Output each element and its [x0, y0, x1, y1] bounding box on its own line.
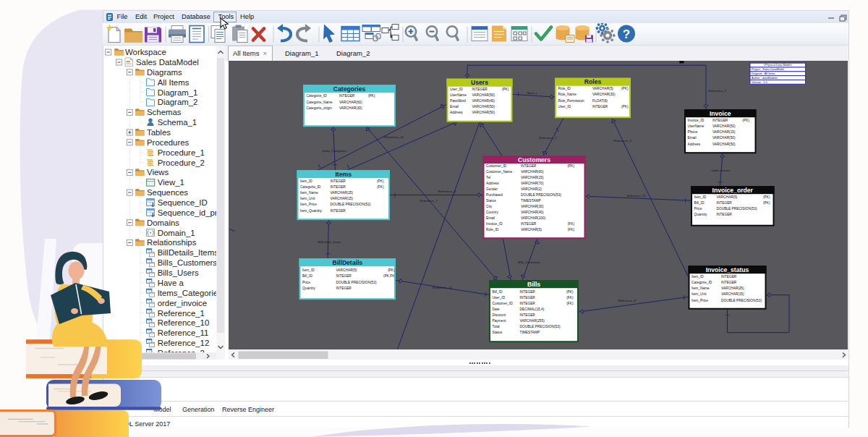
- svg-text:order_invoice: order_invoice: [711, 169, 730, 172]
- svg-text:INTEGER: INTEGER: [519, 296, 535, 300]
- svg-text:Role_Name: Role_Name: [558, 93, 576, 97]
- svg-text:VARCHAR(15): VARCHAR(15): [721, 293, 744, 297]
- svg-text:VARCHAR(15): VARCHAR(15): [712, 130, 736, 134]
- svg-text:Items_Categories: Items_Categories: [322, 149, 346, 153]
- svg-text:Quantity: Quantity: [302, 287, 315, 290]
- svg-text:Payment: Payment: [492, 319, 506, 323]
- svg-text:Reference_11: Reference_11: [626, 194, 646, 198]
- svg-text:VARCHAR(60): VARCHAR(60): [339, 101, 362, 104]
- svg-text:INTEGER: INTEGER: [336, 275, 352, 279]
- svg-text:Tel: Tel: [486, 177, 490, 180]
- svg-text:Sequence_ID: Sequence_ID: [158, 198, 208, 207]
- svg-text:UserName: UserName: [450, 93, 467, 97]
- svg-text:Categorie_ID: Categorie_ID: [306, 95, 327, 98]
- svg-text:(PK): (PK): [376, 179, 383, 183]
- svg-text:DOUBLE PRECISION(53): DOUBLE PRECISION(53): [521, 194, 561, 198]
- svg-text:(FK): (FK): [377, 185, 384, 189]
- svg-text:VARCHAR(5): VARCHAR(5): [716, 195, 737, 199]
- svg-text:Bill_ID: Bill_ID: [694, 201, 704, 205]
- svg-text:Email: Email: [687, 137, 696, 140]
- svg-text:(PK): (PK): [742, 119, 749, 122]
- svg-text:Email: Email: [450, 105, 459, 109]
- svg-text:VARCHAR(50): VARCHAR(50): [712, 137, 736, 140]
- svg-text:INTEGER: INTEGER: [521, 223, 537, 226]
- svg-text:DOUBLE PRECISION(53): DOUBLE PRECISION(53): [519, 325, 560, 328]
- svg-text:<Physical Data Model>: <Physical Data Model>: [763, 64, 793, 67]
- svg-text:(PK): (PK): [566, 290, 573, 294]
- svg-text:Domains: Domains: [147, 218, 179, 226]
- svg-text:INTEGER: INTEGER: [716, 213, 732, 216]
- svg-text:(FK): (FK): [567, 223, 574, 226]
- svg-text:Role_ID: Role_ID: [486, 229, 499, 232]
- svg-text:(PK): (PK): [762, 201, 770, 205]
- svg-text:VARCHAR(30): VARCHAR(30): [339, 106, 362, 110]
- svg-text:User_ID: User_ID: [558, 105, 571, 109]
- svg-text:City: City: [486, 205, 493, 209]
- svg-text:UserName: UserName: [687, 124, 704, 128]
- svg-text:Views: Views: [147, 168, 169, 177]
- svg-text:Role_ID: Role_ID: [558, 88, 571, 91]
- svg-text:BillDetails_Items: BillDetails_Items: [318, 240, 341, 244]
- svg-text:VARCHAR(25): VARCHAR(25): [330, 192, 353, 195]
- svg-text:View_1: View_1: [158, 178, 184, 187]
- svg-text:Item_ID: Item_ID: [302, 268, 315, 272]
- svg-text:VARCHAR(60): VARCHAR(60): [521, 171, 544, 174]
- svg-text:INTEGER: INTEGER: [712, 119, 728, 122]
- svg-text:VARCHAR(50): VARCHAR(50): [712, 124, 736, 128]
- svg-text:Status: Status: [492, 331, 502, 334]
- svg-text:Sequences: Sequences: [147, 188, 188, 197]
- svg-text:Items: Items: [335, 171, 352, 178]
- svg-text:DECIMAL(15,4): DECIMAL(15,4): [519, 307, 544, 311]
- svg-text:VARCHAR(70): VARCHAR(70): [521, 182, 544, 186]
- svg-text:Sequence_id_proc: Sequence_id_proc: [158, 208, 225, 216]
- svg-text:Reference_7: Reference_7: [420, 199, 438, 203]
- svg-text:Discount: Discount: [492, 313, 506, 317]
- svg-text:Item_Price: Item_Price: [692, 299, 708, 302]
- svg-text:Reference_4: Reference_4: [438, 190, 456, 193]
- svg-text:FLOAT(8): FLOAT(8): [592, 99, 608, 103]
- svg-text:Purchased: Purchased: [486, 194, 503, 198]
- svg-text:Customers: Customers: [518, 156, 550, 164]
- svg-text:Reference_8: Reference_8: [618, 299, 636, 302]
- svg-text:Procedure_1: Procedure_1: [158, 148, 205, 156]
- svg-text:Version : 1.0: Version : 1.0: [752, 80, 767, 84]
- svg-text:Item_ID: Item_ID: [300, 179, 312, 183]
- svg-text:(PK): (PK): [367, 95, 375, 98]
- svg-text:Date: Date: [492, 307, 499, 311]
- svg-text:Item_ID: Item_ID: [692, 275, 704, 279]
- svg-text:Invoice_ID: Invoice_ID: [687, 119, 704, 122]
- svg-text:Reference_3: Reference_3: [613, 139, 631, 143]
- svg-text:Diagram_2: Diagram_2: [158, 98, 198, 106]
- svg-text:Diagrams: Diagrams: [147, 67, 182, 76]
- svg-text:INTEGER: INTEGER: [330, 179, 346, 183]
- svg-text:VARCHAR(50): VARCHAR(50): [472, 93, 495, 97]
- svg-text:DOUBLE PRECISION(53): DOUBLE PRECISION(53): [721, 299, 762, 302]
- svg-text:Author : dataModeler: Author : dataModeler: [752, 76, 778, 80]
- svg-text:INTEGER: INTEGER: [521, 165, 537, 169]
- svg-text:Domain_1: Domain_1: [158, 228, 195, 237]
- svg-text:VARCHAR(50): VARCHAR(50): [712, 143, 736, 146]
- svg-text:Categorie_origin: Categorie_origin: [306, 106, 332, 110]
- svg-text:VARCHAR(40): VARCHAR(40): [472, 99, 495, 103]
- svg-text:(PK): (PK): [387, 268, 394, 272]
- svg-text:Invoice: Invoice: [709, 110, 731, 117]
- svg-text:DOUBLE PRECISION(53): DOUBLE PRECISION(53): [336, 281, 376, 284]
- svg-text:Price: Price: [302, 281, 310, 284]
- svg-text:Item_Quantity: Item_Quantity: [300, 209, 322, 213]
- svg-text:PassWord: PassWord: [450, 99, 466, 103]
- svg-text:VARCHAR(30): VARCHAR(30): [592, 93, 616, 97]
- svg-text:Status: Status: [486, 200, 496, 203]
- svg-text:Customer_ID: Customer_ID: [492, 302, 513, 305]
- svg-text:Categorie_ID: Categorie_ID: [300, 185, 321, 189]
- svg-text:VARCHAR(50): VARCHAR(50): [472, 111, 495, 114]
- svg-text:VARCHAR(25): VARCHAR(25): [721, 287, 744, 291]
- svg-text:(FK): (FK): [566, 302, 574, 305]
- svg-text:Tables: Tables: [147, 128, 171, 137]
- svg-text:Customer_ID: Customer_ID: [486, 165, 507, 169]
- svg-text:VARCHAR(100): VARCHAR(100): [521, 217, 546, 221]
- svg-text:INTEGER: INTEGER: [721, 275, 737, 279]
- svg-text:Address: Address: [486, 182, 499, 186]
- svg-text:Phone: Phone: [687, 130, 697, 134]
- svg-text:Gender: Gender: [486, 188, 498, 192]
- svg-text:Price: Price: [694, 207, 702, 211]
